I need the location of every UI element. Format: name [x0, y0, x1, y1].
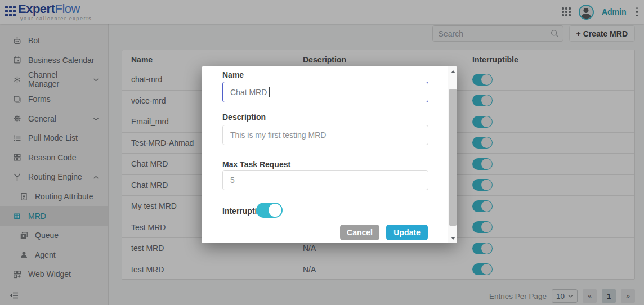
update-button[interactable]: Update: [386, 225, 428, 240]
modal-scrollbar: [448, 66, 457, 243]
max-task-request-label: Max Task Request: [222, 160, 290, 169]
cancel-button[interactable]: Cancel: [340, 225, 379, 240]
scrollbar-thumb[interactable]: [449, 89, 457, 226]
max-task-request-input[interactable]: 5: [222, 170, 428, 190]
name-label: Name: [222, 70, 244, 79]
text-caret: [269, 87, 270, 97]
scroll-up-arrow[interactable]: [448, 67, 458, 76]
interruptible-toggle[interactable]: [256, 203, 283, 218]
edit-mrd-modal: Name Chat MRD Description This is my fir…: [202, 66, 457, 243]
description-label: Description: [222, 113, 266, 122]
name-input[interactable]: Chat MRD: [222, 82, 428, 102]
app-window: ExpertFlow your callcenter experts Admin…: [0, 0, 644, 305]
scroll-down-arrow[interactable]: [448, 234, 458, 243]
description-input[interactable]: This is my first testing MRD: [222, 125, 428, 145]
